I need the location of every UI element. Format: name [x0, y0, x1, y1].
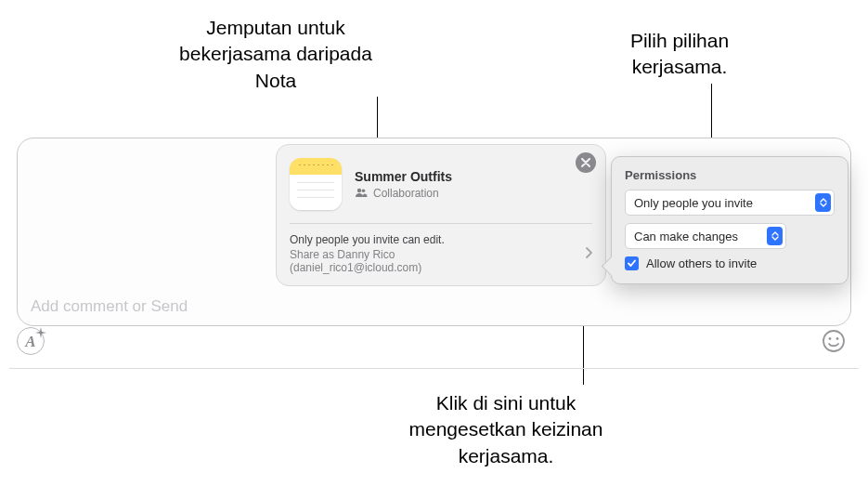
- permission-value: Can make changes: [634, 230, 738, 243]
- chevron-right-icon[interactable]: [585, 246, 592, 261]
- collaboration-invite-card: Summer Outfits Collaboration Only people…: [276, 144, 606, 286]
- people-icon: [355, 188, 368, 199]
- sparkle-icon: [35, 325, 46, 336]
- svg-point-1: [362, 189, 366, 192]
- svg-point-2: [823, 331, 844, 351]
- collaboration-label: Collaboration: [373, 187, 439, 200]
- notes-app-icon: [290, 158, 342, 210]
- callout-permissions: Klik di sini untuk mengesetkan keizinan …: [399, 390, 613, 469]
- svg-point-3: [829, 337, 832, 340]
- svg-point-4: [836, 337, 839, 340]
- note-title: Summer Outfits: [355, 169, 452, 184]
- apps-a-icon: A: [25, 334, 35, 349]
- callout-options: Pilih pilihan kerjasama.: [596, 28, 763, 81]
- permission-level-select[interactable]: Can make changes: [625, 223, 786, 249]
- updown-icon: [767, 227, 783, 245]
- share-as-line: Share as Danny Rico: [290, 248, 592, 261]
- divider: [9, 368, 859, 369]
- share-email: (daniel_rico1@icloud.com): [290, 261, 592, 274]
- apps-button[interactable]: A: [17, 327, 45, 355]
- message-input[interactable]: Add comment or Send: [27, 292, 841, 320]
- who-value: Only people you invite: [634, 196, 753, 210]
- allow-others-checkbox[interactable]: [625, 256, 639, 270]
- permission-summary: Only people you invite can edit.: [290, 233, 592, 246]
- permissions-popover: Permissions Only people you invite Can m…: [611, 156, 849, 284]
- callout-invitation: Jemputan untuk bekerjasama daripada Nota: [160, 15, 392, 94]
- permissions-heading: Permissions: [625, 168, 835, 182]
- emoji-button[interactable]: [822, 329, 846, 353]
- allow-others-label: Allow others to invite: [646, 256, 757, 270]
- svg-point-0: [357, 188, 361, 191]
- updown-icon: [815, 193, 831, 212]
- close-icon[interactable]: [576, 152, 596, 173]
- who-can-access-select[interactable]: Only people you invite: [625, 190, 835, 216]
